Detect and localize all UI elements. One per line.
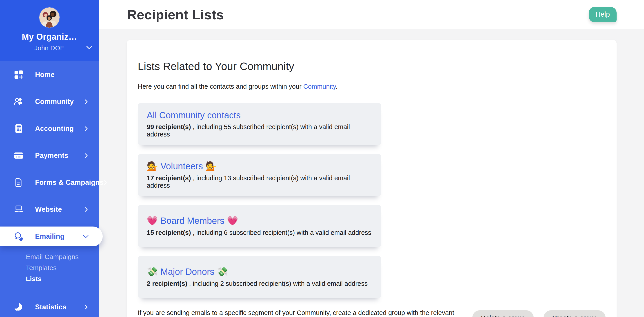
top-bar: Recipient Lists Help xyxy=(99,0,644,29)
dashboard-icon xyxy=(14,70,24,80)
sidebar-menu: Home Community xyxy=(0,61,99,317)
sidebar-item-website[interactable]: Website xyxy=(0,196,99,223)
footer-row: If you are sending emails to a specific … xyxy=(138,309,606,317)
group-buttons: Delete a group Create a group xyxy=(472,310,606,317)
chevron-right-icon xyxy=(84,152,88,159)
chevron-right-icon xyxy=(84,304,88,311)
footer-note: If you are sending emails to a specific … xyxy=(138,309,472,317)
chevron-right-icon xyxy=(84,125,88,132)
document-icon xyxy=(14,177,24,188)
chevron-right-icon xyxy=(84,98,88,105)
lists-panel: Lists Related to Your Community Here you… xyxy=(127,40,616,317)
list-link-volunteers[interactable]: 💁 Volunteers 💁 xyxy=(147,161,216,172)
content-area: Lists Related to Your Community Here you… xyxy=(99,29,644,317)
page-title: Recipient Lists xyxy=(127,7,224,22)
pie-chart-icon xyxy=(14,302,24,312)
sidebar-item-forms-campaigns[interactable]: Forms & Campaigns xyxy=(0,169,99,196)
main-area: Recipient Lists Help Lists Related to Yo… xyxy=(99,0,644,317)
app-root: My Organiz… John DOE Home xyxy=(0,0,644,317)
sidebar-item-home[interactable]: Home xyxy=(0,61,99,88)
submenu-item-templates[interactable]: Templates xyxy=(0,262,99,273)
organization-avatar xyxy=(39,7,60,28)
sidebar-item-label: Home xyxy=(35,71,54,79)
sidebar-item-label: Statistics xyxy=(35,303,66,311)
community-link[interactable]: Community xyxy=(303,83,336,90)
list-card: All Community contacts 99 recipient(s) ,… xyxy=(138,103,381,145)
delete-group-button[interactable]: Delete a group xyxy=(472,310,534,317)
sidebar-item-label: Emailing xyxy=(35,232,64,241)
chevron-right-icon xyxy=(84,206,88,213)
sidebar: My Organiz… John DOE Home xyxy=(0,0,99,317)
list-card: 💸 Major Donors 💸 2 recipient(s) , includ… xyxy=(138,256,381,298)
list-card: 💁 Volunteers 💁 17 recipient(s) , includi… xyxy=(138,154,381,196)
sidebar-item-payments[interactable]: Payments xyxy=(0,142,99,169)
organization-name: My Organiz… xyxy=(22,32,77,42)
avatar-illustration xyxy=(39,7,60,28)
submenu-item-lists[interactable]: Lists xyxy=(0,273,99,284)
chevron-down-icon[interactable] xyxy=(86,44,92,50)
sidebar-item-label: Accounting xyxy=(35,125,74,133)
sidebar-item-community[interactable]: Community xyxy=(0,88,99,115)
submenu-item-email-campaigns[interactable]: Email Campaigns xyxy=(0,251,99,262)
create-group-button[interactable]: Create a group xyxy=(544,310,606,317)
list-link-board-members[interactable]: 💗 Board Members 💗 xyxy=(147,216,238,226)
list-card: 💗 Board Members 💗 15 recipient(s) , incl… xyxy=(138,205,381,247)
list-subtitle: 17 recipient(s) , including 13 subscribe… xyxy=(147,174,372,189)
intro-text: Here you can find all the contacts and g… xyxy=(138,83,606,90)
emailing-submenu: Email Campaigns Templates Lists xyxy=(0,250,99,287)
organization-user: John DOE xyxy=(34,44,64,52)
calculator-icon xyxy=(14,123,24,134)
list-subtitle: 99 recipient(s) , including 55 subscribe… xyxy=(147,123,372,138)
list-subtitle: 2 recipient(s) , including 2 subscribed … xyxy=(147,280,372,287)
community-icon xyxy=(14,96,24,107)
list-link-major-donors[interactable]: 💸 Major Donors 💸 xyxy=(147,267,228,277)
sidebar-item-emailing[interactable]: Emailing xyxy=(0,227,103,246)
sidebar-item-accounting[interactable]: Accounting xyxy=(0,115,99,142)
sidebar-item-label: Community xyxy=(35,98,74,106)
laptop-icon xyxy=(14,204,24,215)
credit-card-icon xyxy=(14,150,24,161)
sidebar-item-label: Forms & Campaigns xyxy=(35,178,104,187)
chat-bubbles-icon xyxy=(14,231,24,242)
chevron-down-icon xyxy=(82,233,89,240)
help-button[interactable]: Help xyxy=(589,7,616,22)
sidebar-item-statistics[interactable]: Statistics xyxy=(0,294,99,317)
section-title: Lists Related to Your Community xyxy=(138,60,606,72)
list-subtitle: 15 recipient(s) , including 6 subscribed… xyxy=(147,229,372,236)
chevron-right-icon xyxy=(104,179,107,186)
sidebar-item-label: Payments xyxy=(35,152,68,160)
sidebar-item-label: Website xyxy=(35,205,62,214)
list-link-all-community-contacts[interactable]: All Community contacts xyxy=(147,110,241,120)
organization-header[interactable]: My Organiz… John DOE xyxy=(0,0,99,61)
